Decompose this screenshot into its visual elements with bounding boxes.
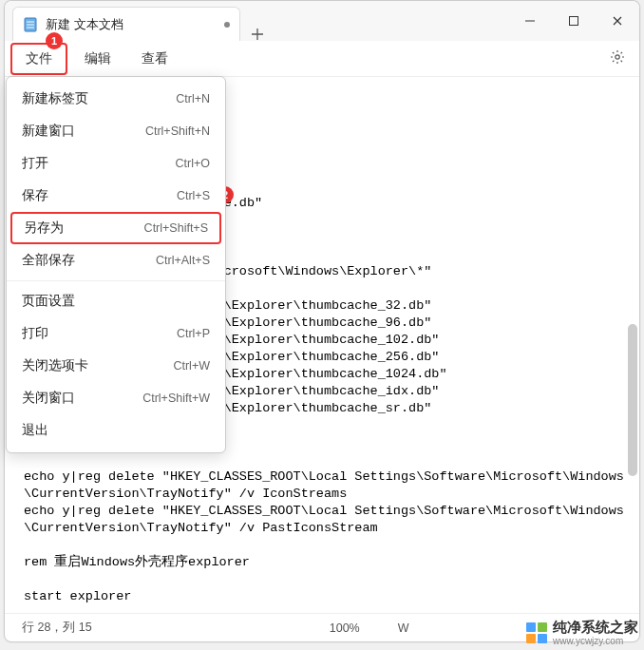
menu-view-label: 查看	[142, 50, 168, 66]
menu-new-tab[interactable]: 新建标签页 Ctrl+N	[7, 83, 225, 115]
menu-item-label: 打开	[22, 155, 48, 172]
menu-page-setup[interactable]: 页面设置	[7, 285, 225, 317]
gear-icon	[609, 48, 626, 68]
tab-strip: 新建 文本文档	[5, 1, 275, 41]
svg-point-6	[616, 55, 619, 59]
maximize-button[interactable]	[552, 1, 596, 41]
menu-item-label: 页面设置	[22, 293, 75, 310]
menu-new-window[interactable]: 新建窗口 Ctrl+Shift+N	[7, 115, 225, 147]
menu-save-all[interactable]: 全部保存 Ctrl+Alt+S	[7, 244, 225, 277]
menu-item-label: 另存为	[24, 220, 64, 237]
menu-item-shortcut: Ctrl+O	[176, 157, 210, 170]
new-tab-button[interactable]	[240, 28, 275, 41]
menu-open[interactable]: 打开 Ctrl+O	[7, 147, 225, 180]
menu-item-shortcut: Ctrl+Shift+S	[144, 221, 208, 235]
menu-item-shortcut: Ctrl+Shift+N	[145, 124, 210, 138]
watermark-brand: 纯净系统之家	[553, 619, 638, 635]
menu-edit-label: 编辑	[85, 50, 111, 66]
menu-item-shortcut: Ctrl+P	[177, 327, 210, 340]
window-controls	[508, 1, 639, 41]
menu-item-label: 关闭选项卡	[22, 357, 88, 374]
watermark-logo-icon	[526, 622, 547, 643]
settings-button[interactable]	[601, 48, 634, 68]
menu-item-label: 保存	[22, 187, 48, 204]
titlebar: 新建 文本文档	[5, 1, 639, 41]
menu-item-label: 新建标签页	[22, 90, 88, 107]
menubar: 文件 编辑 查看	[5, 41, 639, 77]
close-button[interactable]	[596, 1, 639, 41]
minimize-button[interactable]	[508, 1, 552, 41]
menu-item-label: 全部保存	[22, 252, 75, 269]
menu-save[interactable]: 保存 Ctrl+S	[7, 180, 225, 212]
menu-file-label: 文件	[26, 50, 52, 66]
menu-close-window[interactable]: 关闭窗口 Ctrl+Shift+W	[7, 382, 225, 414]
file-menu-dropdown: 新建标签页 Ctrl+N 新建窗口 Ctrl+Shift+N 打开 Ctrl+O…	[6, 76, 226, 453]
menu-item-label: 退出	[22, 422, 48, 439]
menu-item-shortcut: Ctrl+W	[173, 359, 210, 373]
svg-rect-5	[570, 17, 578, 26]
menu-item-label: 打印	[22, 325, 48, 342]
menu-item-label: 新建窗口	[22, 123, 75, 140]
menu-save-as[interactable]: 另存为 Ctrl+Shift+S	[10, 212, 221, 244]
menu-print[interactable]: 打印 Ctrl+P	[7, 317, 225, 350]
menu-item-shortcut: Ctrl+Shift+W	[142, 392, 210, 405]
vertical-scrollbar[interactable]	[628, 324, 637, 476]
menu-separator	[7, 280, 225, 281]
menu-close-tab[interactable]: 关闭选项卡 Ctrl+W	[7, 350, 225, 382]
status-position: 行 28，列 15	[16, 620, 98, 636]
menu-view[interactable]: 查看	[128, 45, 181, 73]
menu-item-shortcut: Ctrl+Alt+S	[156, 254, 210, 267]
annotation-badge-1: 1	[46, 32, 63, 49]
menu-item-shortcut: Ctrl+S	[177, 189, 210, 202]
notepad-icon	[23, 17, 38, 32]
modified-indicator-icon	[224, 22, 230, 28]
menu-item-shortcut: Ctrl+N	[176, 92, 210, 105]
menu-exit[interactable]: 退出	[7, 414, 225, 447]
watermark: 纯净系统之家 www.ycwjzy.com	[526, 619, 638, 646]
watermark-url: www.ycwjzy.com	[553, 637, 638, 646]
menu-edit[interactable]: 编辑	[71, 45, 124, 73]
menu-item-label: 关闭窗口	[22, 390, 75, 407]
status-zoom[interactable]: 100%	[324, 621, 366, 635]
status-encoding: W	[392, 621, 415, 635]
tab-title: 新建 文本文档	[46, 16, 217, 33]
